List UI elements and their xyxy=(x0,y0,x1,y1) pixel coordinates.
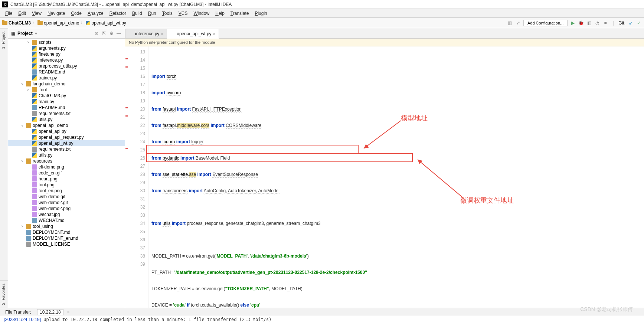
menu-bar: FileEditViewNavigateCodeAnalyzeRefactorB… xyxy=(0,9,644,18)
line-gutter: 1314151617181920212223242526272829303132… xyxy=(128,46,148,308)
debug-icon[interactable]: 🐞 xyxy=(578,20,584,26)
menu-plugin[interactable]: Plugin xyxy=(252,11,270,16)
menu-edit[interactable]: Edit xyxy=(15,11,29,16)
tree-item-openai_api_wt-py[interactable]: openai_api_wt.py xyxy=(8,140,125,146)
tree-item-DEPLOYMENT-md[interactable]: DEPLOYMENT.md xyxy=(8,229,125,235)
run-icon[interactable]: ▶ xyxy=(570,20,576,26)
side-tab-favorites[interactable]: 2: Favorites xyxy=(0,280,8,308)
editor-tabs: inference.py×openai_api_wt.py× xyxy=(125,28,644,39)
layout-icon[interactable]: ▥ xyxy=(507,20,513,26)
tree-item-trainer-py[interactable]: trainer.py xyxy=(8,75,125,81)
settings-icon[interactable]: ⚙ xyxy=(108,30,114,36)
menu-tools[interactable]: Tools xyxy=(159,11,176,16)
tree-item-utils-py[interactable]: utils.py xyxy=(8,117,125,122)
left-side-tabs: 1: Project 2: Favorites xyxy=(0,28,8,308)
close-icon[interactable]: × xyxy=(161,32,163,36)
tree-item-DEPLOYMENT_en-md[interactable]: DEPLOYMENT_en.md xyxy=(8,235,125,241)
bottom-panel: File Transfer: 10.22.2.18 × xyxy=(0,308,644,316)
breadcrumb-0[interactable]: ChatGLM3 xyxy=(2,20,31,26)
git-commit-icon[interactable]: ✓ xyxy=(636,20,642,26)
project-icon: ▦ xyxy=(11,31,15,36)
tree-item-requirements-txt[interactable]: requirements.txt xyxy=(8,111,125,117)
code-content[interactable]: import torch import uvicorn from fastapi… xyxy=(148,46,644,308)
menu-view[interactable]: View xyxy=(29,11,45,16)
tree-item-scripts[interactable]: >scripts xyxy=(8,39,125,45)
tree-item-tool_en-png[interactable]: tool_en.png xyxy=(8,188,125,194)
tree-item-tool-png[interactable]: tool.png xyxy=(8,182,125,188)
tree-item-utils-py[interactable]: utils.py xyxy=(8,152,125,158)
tree-item-openai_api-py[interactable]: openai_api.py xyxy=(8,128,125,134)
git-update-icon[interactable]: ↙ xyxy=(628,20,634,26)
app-icon: IJ xyxy=(2,1,8,7)
close-tab-icon[interactable]: × xyxy=(67,310,70,315)
close-icon[interactable]: × xyxy=(213,32,215,36)
menu-help[interactable]: Help xyxy=(212,11,228,16)
tree-item-README-md[interactable]: README.md xyxy=(8,105,125,111)
host-tab[interactable]: 10.22.2.18 xyxy=(37,309,63,315)
tree-item-Tool[interactable]: >Tool xyxy=(8,87,125,93)
tree-item-preprocess_utils-py[interactable]: preprocess_utils.py xyxy=(8,63,125,69)
menu-run[interactable]: Run xyxy=(145,11,159,16)
breadcrumb-1[interactable]: openai_api_demo xyxy=(37,20,79,26)
project-title: Project xyxy=(17,31,33,36)
window-title: ChatGLM3 [E:\Study\ChatGLM3\ChatGLM3] - … xyxy=(10,2,232,7)
hide-icon[interactable]: — xyxy=(116,30,122,36)
breadcrumb-2[interactable]: openai_api_wt.py xyxy=(86,20,126,26)
project-panel: ▦ Project ▾ ⊙ ⇱ ⚙ — >scriptsarguments.py… xyxy=(8,28,125,308)
menu-refactor[interactable]: Refactor xyxy=(107,11,129,16)
tree-item-MODEL_LICENSE[interactable]: MODEL_LICENSE xyxy=(8,241,125,247)
tree-item-openai_api_request-py[interactable]: openai_api_request.py xyxy=(8,134,125,140)
expand-icon[interactable]: ⤢ xyxy=(515,20,521,26)
menu-translate[interactable]: Translate xyxy=(228,11,252,16)
menu-vcs[interactable]: VCS xyxy=(176,11,191,16)
editor-area: inference.py×openai_api_wt.py× No Python… xyxy=(125,28,644,308)
select-opened-icon[interactable]: ⊙ xyxy=(94,30,99,36)
tree-item-ChatGLM3-py[interactable]: ChatGLM3.py xyxy=(8,93,125,99)
coverage-icon[interactable]: ◧ xyxy=(586,20,592,26)
menu-navigate[interactable]: Navigate xyxy=(45,11,68,16)
profile-icon[interactable]: ◔ xyxy=(594,20,600,26)
gutter-marks xyxy=(125,46,128,308)
menu-file[interactable]: File xyxy=(2,11,15,16)
editor-tab-openai_api_wt-py[interactable]: openai_api_wt.py× xyxy=(167,29,219,39)
menu-build[interactable]: Build xyxy=(129,11,145,16)
code-area[interactable]: 1314151617181920212223242526272829303132… xyxy=(125,46,644,308)
git-label: Git: xyxy=(618,20,625,26)
tree-item-tool_using[interactable]: >tool_using xyxy=(8,223,125,229)
tree-item-requirements-txt[interactable]: requirements.txt xyxy=(8,146,125,152)
title-bar: IJ ChatGLM3 [E:\Study\ChatGLM3\ChatGLM3]… xyxy=(0,0,644,9)
tree-item-cli-demo-png[interactable]: cli-demo.png xyxy=(8,164,125,170)
project-tree[interactable]: >scriptsarguments.pyfinetune.pyinference… xyxy=(8,39,125,308)
tree-item-heart-png[interactable]: heart.png xyxy=(8,176,125,182)
tree-item-WECHAT-md[interactable]: WECHAT.md xyxy=(8,217,125,223)
watermark: CSDN @老司机张师傅 xyxy=(580,306,633,313)
tree-item-wechat-jpg[interactable]: wechat.jpg xyxy=(8,212,125,217)
tree-item-finetune-py[interactable]: finetune.py xyxy=(8,51,125,57)
editor-tab-inference-py[interactable]: inference.py× xyxy=(125,29,167,38)
tree-item-web-demo2-gif[interactable]: web-demo2.gif xyxy=(8,200,125,206)
tree-item-openai_api_demo[interactable]: vopenai_api_demo xyxy=(8,122,125,128)
side-tab-project[interactable]: 1: Project xyxy=(0,28,8,52)
breadcrumb[interactable]: ChatGLM3〉openai_api_demo〉openai_api_wt.p… xyxy=(2,20,126,26)
collapse-all-icon[interactable]: ⇱ xyxy=(101,30,107,36)
interpreter-warning: No Python interpreter configured for the… xyxy=(125,39,644,46)
tree-item-arguments-py[interactable]: arguments.py xyxy=(8,45,125,51)
toolbar: ChatGLM3〉openai_api_demo〉openai_api_wt.p… xyxy=(0,18,644,28)
tree-item-code_en-gif[interactable]: code_en.gif xyxy=(8,170,125,176)
menu-window[interactable]: Window xyxy=(190,11,212,16)
add-configuration-button[interactable]: Add Configuration... xyxy=(523,20,568,26)
tree-item-main-py[interactable]: main.py xyxy=(8,99,125,105)
tree-item-langchain_demo[interactable]: vlangchain_demo xyxy=(8,81,125,87)
project-header: ▦ Project ▾ ⊙ ⇱ ⚙ — xyxy=(8,28,125,39)
menu-analyze[interactable]: Analyze xyxy=(85,11,107,16)
tree-item-README-md[interactable]: README.md xyxy=(8,69,125,75)
tree-item-resources[interactable]: vresources xyxy=(8,158,125,164)
file-transfer-tab[interactable]: File Transfer: xyxy=(3,310,33,315)
tree-item-web-demo2-png[interactable]: web-demo2.png xyxy=(8,206,125,212)
menu-code[interactable]: Code xyxy=(68,11,85,16)
stop-icon[interactable]: ■ xyxy=(602,20,608,26)
tree-item-web-demo-gif[interactable]: web-demo.gif xyxy=(8,194,125,200)
tree-item-inference-py[interactable]: inference.py xyxy=(8,57,125,63)
annotation-model-addr: 模型地址 xyxy=(401,114,428,122)
highlight-box-model-path xyxy=(146,145,359,154)
